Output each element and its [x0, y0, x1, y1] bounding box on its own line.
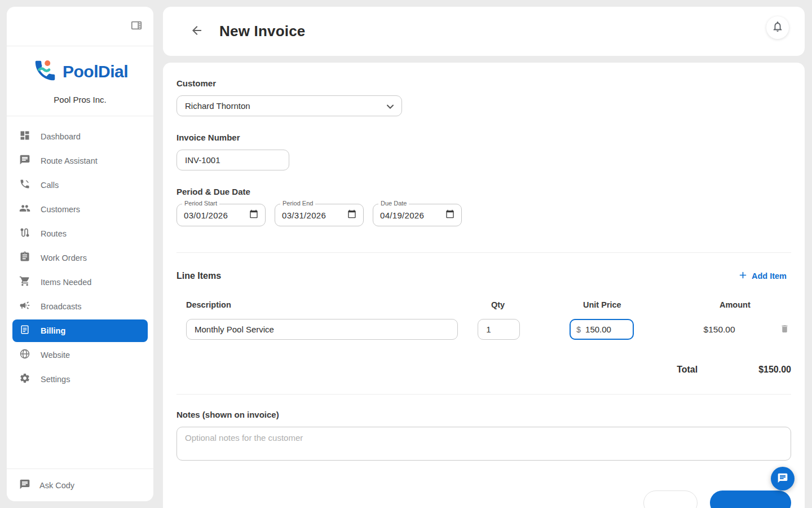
- calendar-icon[interactable]: [445, 209, 454, 221]
- calendar-icon[interactable]: [249, 209, 258, 221]
- due-date-value: 04/19/2026: [380, 211, 445, 220]
- chat-fab-button[interactable]: [771, 467, 795, 491]
- form-actions: [176, 491, 791, 508]
- chat-bubble-icon: [777, 472, 788, 485]
- line-items-header: Line Items Add Item: [176, 268, 791, 284]
- ask-cody-button[interactable]: Ask Cody: [7, 468, 153, 501]
- chevron-down-icon: [387, 101, 394, 111]
- cancel-button[interactable]: [643, 491, 698, 508]
- bell-icon: [771, 20, 784, 34]
- sidebar-item-billing[interactable]: Billing: [12, 319, 148, 342]
- period-start-field[interactable]: Period Start 03/01/2026: [176, 204, 266, 226]
- unit-price-input[interactable]: [585, 325, 625, 334]
- sidebar-item-dashboard[interactable]: Dashboard: [12, 125, 148, 148]
- line-items-title: Line Items: [176, 271, 221, 281]
- create-invoice-button[interactable]: [710, 491, 791, 508]
- globe-icon: [19, 348, 30, 362]
- section-divider: [176, 252, 791, 253]
- total-row: Total $150.00: [176, 365, 791, 375]
- notes-label: Notes (shown on invoice): [176, 410, 791, 419]
- people-icon: [19, 203, 30, 216]
- phone-icon: [19, 178, 30, 192]
- brand-logo: PoolDial: [7, 55, 153, 88]
- pooldial-phone-logo-icon: [32, 58, 58, 86]
- new-invoice-form: Customer Richard Thornton Invoice Number…: [163, 63, 805, 508]
- page-title: New Invoice: [219, 23, 305, 40]
- period-start-value: 03/01/2026: [184, 211, 249, 220]
- amount-column-header: Amount: [720, 300, 783, 309]
- plus-icon: [739, 271, 747, 281]
- add-item-button[interactable]: Add Item: [734, 268, 791, 284]
- sidebar-nav: Dashboard Route Assistant Calls Customer…: [7, 116, 153, 468]
- sidebar-item-customers[interactable]: Customers: [12, 198, 148, 221]
- notes-textarea[interactable]: [176, 427, 791, 461]
- qty-column-header: Qty: [491, 300, 533, 309]
- sidebar-item-settings[interactable]: Settings: [12, 368, 148, 391]
- description-column-header: Description: [186, 300, 471, 309]
- chat-icon: [19, 479, 30, 492]
- line-amount: $150.00: [704, 325, 764, 335]
- currency-prefix: $: [576, 325, 581, 334]
- clipboard-icon: [19, 251, 30, 265]
- period-end-field[interactable]: Period End 03/31/2026: [275, 204, 364, 226]
- cart-icon: [19, 275, 30, 289]
- dashboard-icon: [19, 130, 30, 143]
- unit-price-field: $: [570, 319, 633, 340]
- sidebar-collapse-button[interactable]: [129, 19, 144, 34]
- sidebar-item-routes[interactable]: Routes: [12, 222, 148, 245]
- sidebar-item-route-assistant[interactable]: Route Assistant: [12, 150, 148, 172]
- sidebar-item-website[interactable]: Website: [12, 344, 148, 366]
- sidebar-item-items-needed[interactable]: Items Needed: [12, 271, 148, 294]
- description-input[interactable]: [186, 319, 458, 340]
- arrow-back-icon: [190, 24, 204, 39]
- customer-label: Customer: [176, 78, 791, 88]
- chat-icon: [19, 154, 30, 168]
- gear-icon: [19, 373, 30, 386]
- route-icon: [19, 227, 30, 240]
- calendar-icon[interactable]: [347, 209, 356, 221]
- back-button[interactable]: [187, 21, 207, 42]
- sidebar-item-work-orders[interactable]: Work Orders: [12, 247, 148, 269]
- line-items-column-headers: Description Qty Unit Price Amount: [176, 300, 791, 309]
- page-header: New Invoice: [163, 7, 805, 56]
- invoice-number-input[interactable]: [176, 150, 289, 170]
- unit-price-column-header: Unit Price: [583, 300, 650, 309]
- sidebar: PoolDial Pool Pros Inc. Dashboard Route …: [7, 7, 153, 501]
- total-value: $150.00: [758, 365, 791, 375]
- dates-row: Period Start 03/01/2026 Period End 03/31…: [176, 204, 791, 226]
- delete-line-item-button[interactable]: [778, 323, 791, 336]
- section-divider: [176, 394, 791, 395]
- megaphone-icon: [19, 300, 30, 313]
- period-start-label: Period Start: [182, 200, 219, 207]
- due-date-label: Due Date: [378, 200, 409, 207]
- sidebar-collapse-icon: [130, 19, 143, 33]
- notifications-button[interactable]: [766, 16, 789, 39]
- receipt-icon: [19, 324, 30, 338]
- qty-input[interactable]: [478, 319, 520, 340]
- brand-block: PoolDial Pool Pros Inc.: [7, 46, 153, 116]
- line-item-row: $ $150.00: [176, 319, 791, 340]
- period-section-label: Period & Due Date: [176, 187, 791, 196]
- total-label: Total: [677, 365, 698, 375]
- due-date-field[interactable]: Due Date 04/19/2026: [373, 204, 462, 226]
- sidebar-item-calls[interactable]: Calls: [12, 174, 148, 196]
- customer-select-value: Richard Thornton: [185, 101, 387, 111]
- brand-name: PoolDial: [63, 62, 128, 81]
- sidebar-item-broadcasts[interactable]: Broadcasts: [12, 295, 148, 318]
- sidebar-header: [7, 7, 153, 46]
- company-name: Pool Pros Inc.: [7, 95, 153, 104]
- period-end-label: Period End: [280, 200, 315, 207]
- trash-icon: [780, 324, 789, 335]
- invoice-number-label: Invoice Number: [176, 133, 791, 142]
- period-end-value: 03/31/2026: [282, 211, 347, 220]
- customer-select[interactable]: Richard Thornton: [176, 95, 402, 116]
